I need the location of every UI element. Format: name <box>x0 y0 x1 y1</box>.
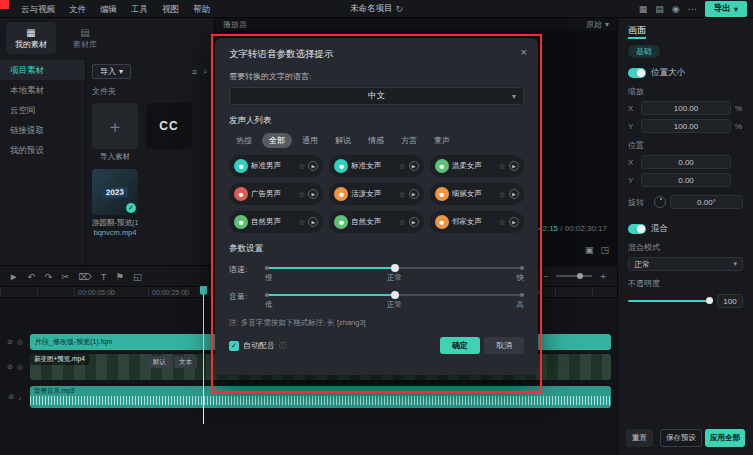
favorite-star-icon[interactable]: ☆ <box>499 218 506 227</box>
blend-mode-select[interactable]: 正常 ▾ <box>628 257 743 271</box>
redo-icon[interactable]: ↷ <box>44 271 52 282</box>
voice-option[interactable]: ☻ 标准女声 ☆ ▶ <box>329 155 423 177</box>
transform-toggle[interactable] <box>628 68 646 78</box>
zoom-out-icon[interactable]: − <box>543 271 549 282</box>
lock-icon[interactable]: ⊘ <box>8 393 14 401</box>
auto-dub-checkbox[interactable]: ✓ <box>229 341 239 351</box>
menu-item[interactable]: 视图 <box>155 0 186 18</box>
blend-toggle[interactable] <box>628 224 646 234</box>
language-select[interactable]: 中文 ▾ <box>229 87 524 105</box>
undo-icon[interactable]: ↶ <box>27 271 35 282</box>
fullscreen-icon[interactable]: ◳ <box>600 245 609 255</box>
voice-option[interactable]: ☻ 广告男声 ☆ ▶ <box>229 183 323 205</box>
menu-item[interactable]: 编辑 <box>93 0 124 18</box>
mini-clip[interactable]: 默认 <box>148 356 171 368</box>
position-y-input[interactable]: 0.00 <box>641 173 731 187</box>
lock-icon[interactable]: ⊘ <box>7 338 13 346</box>
speaker-icon[interactable]: ♪ <box>18 394 22 401</box>
voice-option[interactable]: ☻ 邻家女声 ☆ ▶ <box>430 211 524 233</box>
play-voice-icon[interactable]: ▶ <box>308 217 318 227</box>
speed-slider[interactable]: 慢 正常 快 <box>265 264 524 282</box>
reset-button[interactable]: 重置 <box>626 429 653 447</box>
favorite-star-icon[interactable]: ☆ <box>499 190 506 199</box>
cursor-tool-icon[interactable]: ► <box>9 271 18 282</box>
confirm-button[interactable]: 确定 <box>440 337 480 354</box>
favorite-star-icon[interactable]: ☆ <box>398 218 405 227</box>
search-icon[interactable]: ⌕ <box>203 66 208 77</box>
flag-icon[interactable]: ⚑ <box>116 271 125 282</box>
opacity-value[interactable]: 100 <box>717 294 743 308</box>
text-tool-icon[interactable]: T <box>101 271 107 282</box>
scale-x-input[interactable]: 100.00 <box>641 101 731 115</box>
close-icon[interactable]: × <box>521 46 527 58</box>
voice-option[interactable]: ☻ 活泼女声 ☆ ▶ <box>329 183 423 205</box>
opacity-slider[interactable] <box>628 300 712 302</box>
favorite-star-icon[interactable]: ☆ <box>398 162 405 171</box>
voice-option[interactable]: ☻ 细腻女声 ☆ ▶ <box>430 183 524 205</box>
play-voice-icon[interactable]: ▶ <box>308 161 318 171</box>
import-media-tile[interactable]: ＋ <box>92 103 138 149</box>
panel-icon[interactable]: ▤ <box>655 4 664 14</box>
rotate-input[interactable]: 0.00° <box>670 195 743 209</box>
mini-clip[interactable]: 文本 <box>174 356 197 368</box>
zoom-in-icon[interactable]: ＋ <box>599 270 609 283</box>
play-voice-icon[interactable]: ▶ <box>509 161 519 171</box>
filter-icon[interactable]: ≡ <box>192 67 197 77</box>
position-x-input[interactable]: 0.00 <box>641 155 731 169</box>
import-button[interactable]: 导入 ▾ <box>92 64 131 79</box>
playhead[interactable] <box>203 286 204 424</box>
video-thumbnail-tile[interactable]: 2023 ✓ <box>92 169 138 215</box>
library-nav-item[interactable]: 本地素材 <box>0 80 85 100</box>
lock-icon[interactable]: ⊘ <box>7 363 13 371</box>
menu-item[interactable]: 工具 <box>124 0 155 18</box>
library-nav-item[interactable]: 云空间 <box>0 100 85 120</box>
play-voice-icon[interactable]: ▶ <box>509 217 519 227</box>
apply-all-button[interactable]: 应用全部 <box>705 429 745 447</box>
voice-category-tab[interactable]: 热搜 <box>229 133 259 148</box>
layout-icon[interactable]: ▦ <box>639 4 648 14</box>
split-icon[interactable]: ✂ <box>61 271 69 282</box>
screen-size-icon[interactable]: ▣ <box>585 245 594 255</box>
library-nav-item[interactable]: 项目素材 <box>0 60 85 80</box>
voice-option[interactable]: ☻ 自然男声 ☆ ▶ <box>229 211 323 233</box>
volume-slider[interactable]: 低 正常 高 <box>265 291 524 309</box>
voice-category-tab[interactable]: 情感 <box>361 133 391 148</box>
library-tab[interactable]: ▦ 我的素材 <box>6 22 56 54</box>
library-nav-item[interactable]: 链接提取 <box>0 120 85 140</box>
play-voice-icon[interactable]: ▶ <box>409 189 419 199</box>
chip-basic[interactable]: 基础 <box>628 45 660 58</box>
rotation-dial-icon[interactable] <box>654 196 666 208</box>
favorite-star-icon[interactable]: ☆ <box>298 190 305 199</box>
more-icon[interactable]: ⋯ <box>688 4 697 14</box>
tab-picture[interactable]: 画面 <box>628 25 646 39</box>
voice-option[interactable]: ☻ 自然女声 ☆ ▶ <box>329 211 423 233</box>
play-voice-icon[interactable]: ▶ <box>409 217 419 227</box>
voice-option[interactable]: ☻ 标准男声 ☆ ▶ <box>229 155 323 177</box>
library-tab[interactable]: ▤ 素材库 <box>60 22 110 54</box>
eye-icon[interactable]: ◎ <box>17 338 23 346</box>
menu-item[interactable]: 文件 <box>62 0 93 18</box>
export-button[interactable]: 导出 ▾ <box>705 1 747 17</box>
favorite-star-icon[interactable]: ☆ <box>499 162 506 171</box>
play-voice-icon[interactable]: ▶ <box>409 161 419 171</box>
voice-category-tab[interactable]: 全部 <box>262 133 292 148</box>
play-voice-icon[interactable]: ▶ <box>509 189 519 199</box>
audio-clip[interactable]: 背景音乐.mp3 <box>30 386 611 408</box>
cc-media-tile[interactable]: CC <box>146 103 192 149</box>
favorite-star-icon[interactable]: ☆ <box>398 190 405 199</box>
voice-option[interactable]: ☻ 温柔女声 ☆ ▶ <box>430 155 524 177</box>
volume-slider-knob[interactable] <box>391 291 399 299</box>
user-icon[interactable]: ◉ <box>672 4 680 14</box>
voice-category-tab[interactable]: 解说 <box>328 133 358 148</box>
play-voice-icon[interactable]: ▶ <box>308 189 318 199</box>
favorite-star-icon[interactable]: ☆ <box>298 162 305 171</box>
cancel-button[interactable]: 取消 <box>484 337 524 354</box>
speed-slider-knob[interactable] <box>391 264 399 272</box>
timeline-zoom-slider[interactable] <box>556 275 592 277</box>
delete-icon[interactable]: ⌦ <box>78 271 91 282</box>
ratio-selector[interactable]: 原始 ▾ <box>586 19 609 30</box>
voice-category-tab[interactable]: 方言 <box>394 133 424 148</box>
scale-y-input[interactable]: 100.00 <box>641 119 731 133</box>
menu-item[interactable]: 帮助 <box>186 0 217 18</box>
crop-icon[interactable]: ◱ <box>133 271 142 282</box>
